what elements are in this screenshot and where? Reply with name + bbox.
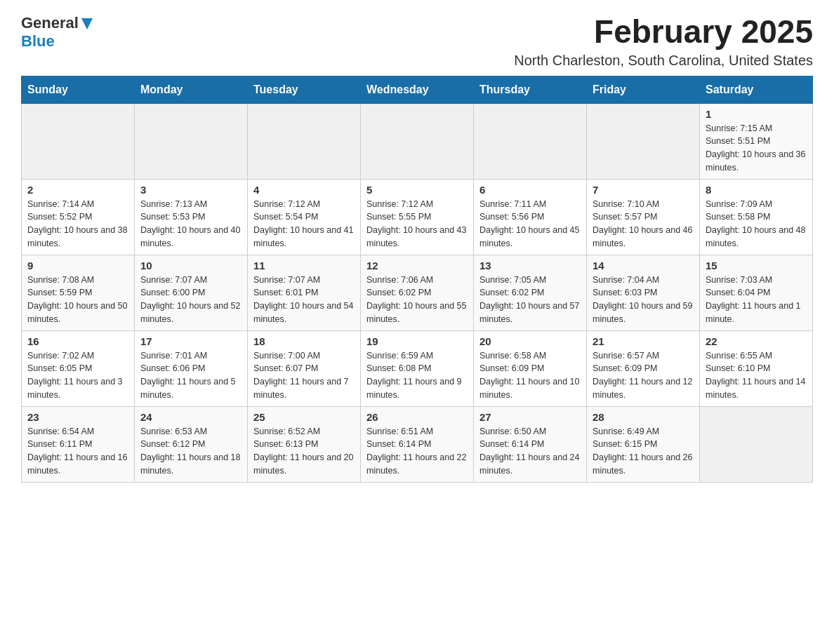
- calendar-cell: 25Sunrise: 6:52 AMSunset: 6:13 PMDayligh…: [248, 406, 361, 482]
- calendar-cell: 15Sunrise: 7:03 AMSunset: 6:04 PMDayligh…: [700, 255, 813, 330]
- month-title: February 2025: [514, 14, 813, 50]
- day-number: 28: [593, 411, 694, 423]
- day-info: Sunrise: 7:12 AMSunset: 5:55 PMDaylight:…: [366, 198, 468, 250]
- day-info: Sunrise: 7:15 AMSunset: 5:51 PMDaylight:…: [706, 122, 807, 175]
- page-header: General Blue February 2025 North Charles…: [21, 14, 813, 69]
- day-info: Sunrise: 6:51 AMSunset: 6:14 PMDaylight:…: [366, 425, 468, 478]
- title-block: February 2025 North Charleston, South Ca…: [514, 14, 813, 69]
- calendar-cell: 7Sunrise: 7:10 AMSunset: 5:57 PMDaylight…: [587, 179, 700, 255]
- day-number: 19: [366, 335, 468, 347]
- day-number: 11: [253, 260, 355, 271]
- day-info: Sunrise: 7:08 AMSunset: 5:59 PMDaylight:…: [27, 274, 128, 326]
- calendar-cell: [361, 103, 474, 179]
- calendar-cell: 16Sunrise: 7:02 AMSunset: 6:05 PMDayligh…: [22, 330, 135, 406]
- col-header-saturday: Saturday: [700, 76, 813, 103]
- calendar-cell: 14Sunrise: 7:04 AMSunset: 6:03 PMDayligh…: [587, 255, 700, 330]
- day-number: 8: [706, 184, 807, 196]
- calendar-week-row: 16Sunrise: 7:02 AMSunset: 6:05 PMDayligh…: [22, 330, 813, 406]
- calendar-cell: 22Sunrise: 6:55 AMSunset: 6:10 PMDayligh…: [700, 330, 813, 406]
- calendar-cell: 1Sunrise: 7:15 AMSunset: 5:51 PMDaylight…: [700, 103, 813, 179]
- col-header-monday: Monday: [135, 76, 248, 103]
- day-number: 20: [479, 335, 581, 347]
- day-number: 3: [140, 184, 241, 196]
- day-number: 27: [479, 411, 581, 423]
- day-number: 4: [253, 184, 355, 196]
- calendar-week-row: 2Sunrise: 7:14 AMSunset: 5:52 PMDaylight…: [22, 179, 813, 255]
- logo-general-text: General: [21, 14, 79, 32]
- calendar-cell: 6Sunrise: 7:11 AMSunset: 5:56 PMDaylight…: [474, 179, 587, 255]
- col-header-friday: Friday: [587, 76, 700, 103]
- day-number: 13: [479, 260, 581, 271]
- day-info: Sunrise: 7:09 AMSunset: 5:58 PMDaylight:…: [706, 198, 807, 250]
- calendar-cell: 23Sunrise: 6:54 AMSunset: 6:11 PMDayligh…: [22, 406, 135, 482]
- day-info: Sunrise: 6:57 AMSunset: 6:09 PMDaylight:…: [593, 349, 694, 402]
- day-number: 17: [140, 335, 241, 347]
- location-title: North Charleston, South Carolina, United…: [514, 53, 813, 69]
- calendar-cell: 3Sunrise: 7:13 AMSunset: 5:53 PMDaylight…: [135, 179, 248, 255]
- day-info: Sunrise: 7:00 AMSunset: 6:07 PMDaylight:…: [253, 349, 355, 402]
- calendar-week-row: 1Sunrise: 7:15 AMSunset: 5:51 PMDaylight…: [22, 103, 813, 179]
- svg-marker-0: [81, 18, 93, 29]
- col-header-tuesday: Tuesday: [248, 76, 361, 103]
- day-number: 2: [27, 184, 128, 196]
- calendar-week-row: 9Sunrise: 7:08 AMSunset: 5:59 PMDaylight…: [22, 255, 813, 330]
- calendar-cell: 2Sunrise: 7:14 AMSunset: 5:52 PMDaylight…: [22, 179, 135, 255]
- day-info: Sunrise: 7:14 AMSunset: 5:52 PMDaylight:…: [27, 198, 128, 250]
- day-number: 21: [593, 335, 694, 347]
- calendar-cell: 21Sunrise: 6:57 AMSunset: 6:09 PMDayligh…: [587, 330, 700, 406]
- day-number: 12: [366, 260, 468, 271]
- calendar-cell: 26Sunrise: 6:51 AMSunset: 6:14 PMDayligh…: [361, 406, 474, 482]
- day-number: 15: [706, 260, 807, 271]
- col-header-sunday: Sunday: [22, 76, 135, 103]
- calendar-cell: 5Sunrise: 7:12 AMSunset: 5:55 PMDaylight…: [361, 179, 474, 255]
- day-number: 25: [253, 411, 355, 423]
- calendar-cell: 12Sunrise: 7:06 AMSunset: 6:02 PMDayligh…: [361, 255, 474, 330]
- day-number: 23: [27, 411, 128, 423]
- day-info: Sunrise: 7:06 AMSunset: 6:02 PMDaylight:…: [366, 274, 468, 326]
- day-info: Sunrise: 6:52 AMSunset: 6:13 PMDaylight:…: [253, 425, 355, 478]
- day-number: 16: [27, 335, 128, 347]
- calendar-cell: 18Sunrise: 7:00 AMSunset: 6:07 PMDayligh…: [248, 330, 361, 406]
- day-info: Sunrise: 7:07 AMSunset: 6:00 PMDaylight:…: [140, 274, 241, 326]
- day-info: Sunrise: 6:54 AMSunset: 6:11 PMDaylight:…: [27, 425, 128, 478]
- calendar-cell: 13Sunrise: 7:05 AMSunset: 6:02 PMDayligh…: [474, 255, 587, 330]
- day-info: Sunrise: 7:07 AMSunset: 6:01 PMDaylight:…: [253, 274, 355, 326]
- day-info: Sunrise: 7:02 AMSunset: 6:05 PMDaylight:…: [27, 349, 128, 402]
- day-info: Sunrise: 6:58 AMSunset: 6:09 PMDaylight:…: [479, 349, 581, 402]
- calendar-cell: 24Sunrise: 6:53 AMSunset: 6:12 PMDayligh…: [135, 406, 248, 482]
- calendar-cell: [248, 103, 361, 179]
- calendar-cell: 8Sunrise: 7:09 AMSunset: 5:58 PMDaylight…: [700, 179, 813, 255]
- day-number: 10: [140, 260, 241, 271]
- day-info: Sunrise: 7:12 AMSunset: 5:54 PMDaylight:…: [253, 198, 355, 250]
- calendar-cell: [700, 406, 813, 482]
- calendar-cell: 28Sunrise: 6:49 AMSunset: 6:15 PMDayligh…: [587, 406, 700, 482]
- calendar-cell: 17Sunrise: 7:01 AMSunset: 6:06 PMDayligh…: [135, 330, 248, 406]
- day-number: 7: [593, 184, 694, 196]
- day-info: Sunrise: 7:01 AMSunset: 6:06 PMDaylight:…: [140, 349, 241, 402]
- day-number: 9: [27, 260, 128, 271]
- day-info: Sunrise: 7:11 AMSunset: 5:56 PMDaylight:…: [479, 198, 581, 250]
- day-info: Sunrise: 6:50 AMSunset: 6:14 PMDaylight:…: [479, 425, 581, 478]
- day-number: 6: [479, 184, 581, 196]
- day-info: Sunrise: 6:59 AMSunset: 6:08 PMDaylight:…: [366, 349, 468, 402]
- calendar-cell: 9Sunrise: 7:08 AMSunset: 5:59 PMDaylight…: [22, 255, 135, 330]
- day-info: Sunrise: 7:13 AMSunset: 5:53 PMDaylight:…: [140, 198, 241, 250]
- calendar-cell: 4Sunrise: 7:12 AMSunset: 5:54 PMDaylight…: [248, 179, 361, 255]
- day-info: Sunrise: 6:55 AMSunset: 6:10 PMDaylight:…: [706, 349, 807, 402]
- calendar-cell: [22, 103, 135, 179]
- day-info: Sunrise: 7:04 AMSunset: 6:03 PMDaylight:…: [593, 274, 694, 326]
- day-number: 5: [366, 184, 468, 196]
- calendar-header-row: SundayMondayTuesdayWednesdayThursdayFrid…: [22, 76, 813, 103]
- logo-blue-text: Blue: [21, 32, 55, 51]
- col-header-wednesday: Wednesday: [361, 76, 474, 103]
- logo: General Blue: [21, 14, 94, 51]
- calendar-cell: 19Sunrise: 6:59 AMSunset: 6:08 PMDayligh…: [361, 330, 474, 406]
- calendar-cell: [474, 103, 587, 179]
- day-number: 22: [706, 335, 807, 347]
- calendar-cell: 20Sunrise: 6:58 AMSunset: 6:09 PMDayligh…: [474, 330, 587, 406]
- calendar-cell: [587, 103, 700, 179]
- day-info: Sunrise: 6:49 AMSunset: 6:15 PMDaylight:…: [593, 425, 694, 478]
- day-number: 14: [593, 260, 694, 271]
- calendar-cell: [135, 103, 248, 179]
- day-number: 18: [253, 335, 355, 347]
